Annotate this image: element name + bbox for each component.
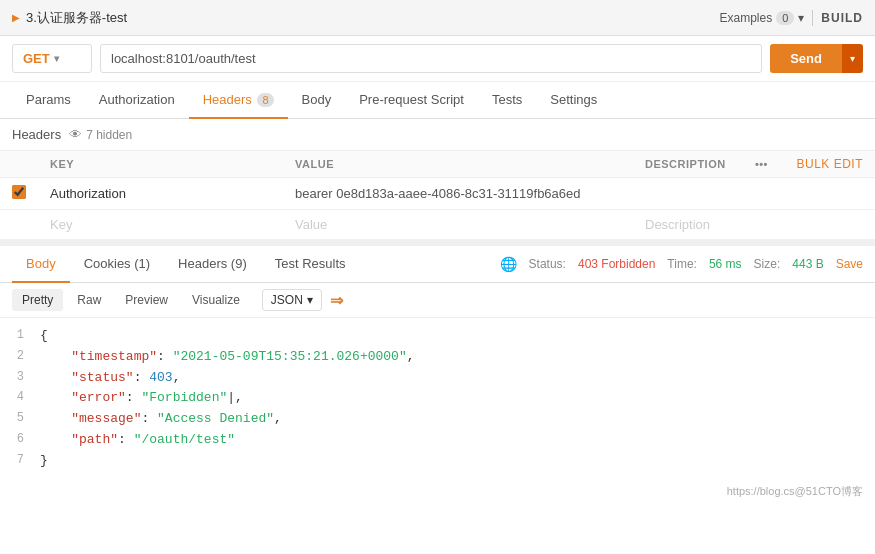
table-placeholder-row: Key Value Description (0, 210, 875, 240)
status-label: Status: (529, 257, 566, 271)
response-tab-headers[interactable]: Headers (9) (164, 246, 261, 283)
fmt-tab-preview[interactable]: Preview (115, 289, 178, 311)
code-line-1: 1 { (0, 326, 875, 347)
placeholder-desc: Description (645, 217, 710, 232)
placeholder-check-cell (0, 210, 38, 240)
row-checkbox-cell[interactable] (0, 178, 38, 210)
method-select[interactable]: GET ▾ (12, 44, 92, 73)
size-label: Size: (754, 257, 781, 271)
line-num: 5 (0, 409, 40, 428)
code-line-3: 3 "status": 403, (0, 368, 875, 389)
send-dropdown-button[interactable]: ▾ (842, 44, 863, 73)
response-tab-body[interactable]: Body (12, 246, 70, 283)
line-num: 2 (0, 347, 40, 366)
tab-tests[interactable]: Tests (478, 82, 536, 119)
json-format-select[interactable]: JSON ▾ (262, 289, 322, 311)
headers-section-header: Headers 👁 7 hidden (0, 119, 875, 151)
row-value[interactable]: bearer 0e8d183a-aaee-4086-8c31-31119fb6a… (295, 186, 581, 201)
examples-badge: 0 (776, 11, 794, 25)
method-chevron-icon: ▾ (54, 53, 59, 64)
headers-table: KEY VALUE DESCRIPTION ••• Bulk Edit Auth… (0, 151, 875, 240)
time-value: 56 ms (709, 257, 742, 271)
format-bar: Pretty Raw Preview Visualize JSON ▾ ⇒ (0, 283, 875, 318)
tab-authorization[interactable]: Authorization (85, 82, 189, 119)
url-input[interactable] (100, 44, 762, 73)
request-tabs-bar: Params Authorization Headers 8 Body Pre-… (0, 82, 875, 119)
tab-headers[interactable]: Headers 8 (189, 82, 288, 119)
globe-icon: 🌐 (500, 256, 517, 272)
line-num: 6 (0, 430, 40, 449)
code-line-7: 7 } (0, 451, 875, 472)
fmt-tab-raw[interactable]: Raw (67, 289, 111, 311)
tab-body[interactable]: Body (288, 82, 346, 119)
headers-label: Headers (12, 127, 61, 142)
examples-button[interactable]: Examples 0 ▾ (720, 11, 805, 25)
top-bar-left: ▶ 3.认证服务器-test (12, 9, 127, 27)
code-line-6: 6 "path": "/oauth/test" (0, 430, 875, 451)
bulk-edit-link[interactable]: Bulk Edit (796, 157, 863, 171)
json-label: JSON (271, 293, 303, 307)
placeholder-value-cell[interactable]: Value (283, 210, 633, 240)
col-check (0, 151, 38, 178)
tab-prerequest[interactable]: Pre-request Script (345, 82, 478, 119)
code-line-4: 4 "error": "Forbidden"|, (0, 388, 875, 409)
method-label: GET (23, 51, 50, 66)
size-value: 443 B (792, 257, 823, 271)
headers-badge: 8 (257, 93, 273, 107)
response-tab-cookies[interactable]: Cookies (1) (70, 246, 164, 283)
col-key: KEY (38, 151, 283, 178)
code-line-content: "message": "Access Denied", (40, 409, 875, 430)
send-button[interactable]: Send (770, 44, 842, 73)
code-line-2: 2 "timestamp": "2021-05-09T15:35:21.026+… (0, 347, 875, 368)
row-key[interactable]: Authorization (50, 186, 126, 201)
json-chevron-icon: ▾ (307, 293, 313, 307)
wrap-button[interactable]: ⇒ (330, 291, 343, 310)
line-num: 1 (0, 326, 40, 345)
expand-arrow-icon[interactable]: ▶ (12, 12, 20, 23)
line-num: 4 (0, 388, 40, 407)
eye-icon: 👁 (69, 127, 82, 142)
placeholder-key: Key (50, 217, 72, 232)
tab-params[interactable]: Params (12, 82, 85, 119)
col-dots: ••• (743, 151, 780, 178)
table-header-row: KEY VALUE DESCRIPTION ••• Bulk Edit (0, 151, 875, 178)
placeholder-value: Value (295, 217, 327, 232)
line-num: 7 (0, 451, 40, 470)
response-tab-test-results[interactable]: Test Results (261, 246, 360, 283)
row-desc-cell (633, 178, 743, 210)
tab-settings[interactable]: Settings (536, 82, 611, 119)
divider (812, 10, 813, 26)
code-line-content: "error": "Forbidden"|, (40, 388, 875, 409)
time-label: Time: (667, 257, 697, 271)
placeholder-desc-cell[interactable]: Description (633, 210, 743, 240)
row-checkbox[interactable] (12, 185, 26, 199)
line-num: 3 (0, 368, 40, 387)
code-line-content: "timestamp": "2021-05-09T15:35:21.026+00… (40, 347, 875, 368)
status-value: 403 Forbidden (578, 257, 655, 271)
examples-chevron-icon: ▾ (798, 11, 804, 25)
top-bar: ▶ 3.认证服务器-test Examples 0 ▾ BUILD (0, 0, 875, 36)
url-bar: GET ▾ Send ▾ (0, 36, 875, 82)
save-response-button[interactable]: Save (836, 257, 863, 271)
top-bar-right: Examples 0 ▾ BUILD (720, 10, 863, 26)
code-line-content: "path": "/oauth/test" (40, 430, 875, 451)
fmt-tab-visualize[interactable]: Visualize (182, 289, 250, 311)
code-area: 1 { 2 "timestamp": "2021-05-09T15:35:21.… (0, 318, 875, 480)
row-value-cell: bearer 0e8d183a-aaee-4086-8c31-31119fb6a… (283, 178, 633, 210)
code-open-brace: { (40, 326, 875, 347)
col-value: VALUE (283, 151, 633, 178)
build-button[interactable]: BUILD (821, 11, 863, 25)
response-section: Body Cookies (1) Headers (9) Test Result… (0, 240, 875, 503)
send-button-group: Send ▾ (770, 44, 863, 73)
row-dots-cell (743, 178, 780, 210)
hidden-count: 7 hidden (86, 128, 132, 142)
placeholder-key-cell[interactable]: Key (38, 210, 283, 240)
hidden-badge: 👁 7 hidden (69, 127, 132, 142)
response-tabs-bar: Body Cookies (1) Headers (9) Test Result… (0, 246, 875, 283)
table-row: Authorization bearer 0e8d183a-aaee-4086-… (0, 178, 875, 210)
col-description: DESCRIPTION (633, 151, 743, 178)
watermark: https://blog.cs@51CTO博客 (0, 480, 875, 503)
fmt-tab-pretty[interactable]: Pretty (12, 289, 63, 311)
row-key-cell: Authorization (38, 178, 283, 210)
code-line-5: 5 "message": "Access Denied", (0, 409, 875, 430)
